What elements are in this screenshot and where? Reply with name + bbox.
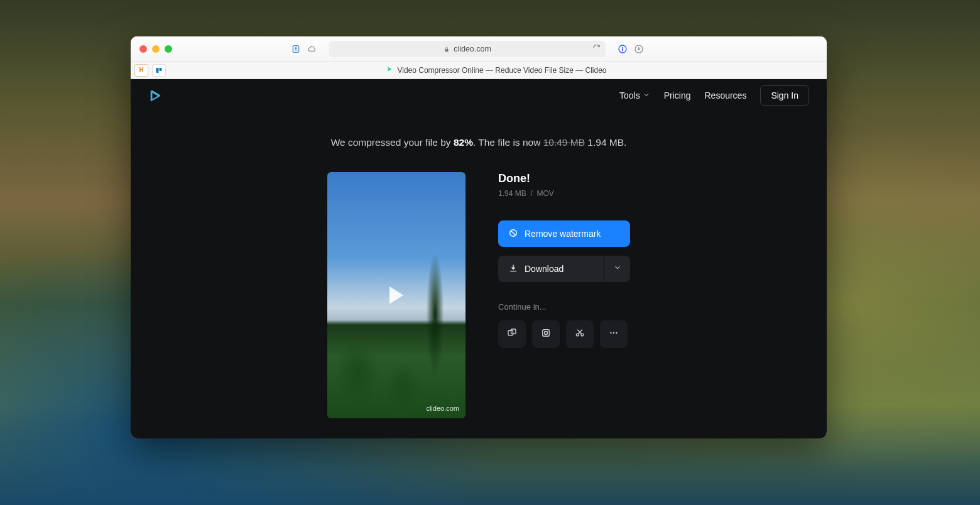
summary-prefix: We compressed your file by [331,137,454,148]
download-dropdown-button[interactable] [604,256,630,282]
download-icon [508,263,518,275]
active-tab[interactable]: Video Compressor Online — Reduce Video F… [170,65,823,75]
compression-summary: We compressed your file by 82%. The file… [331,137,627,148]
remove-watermark-label: Remove watermark [525,229,601,239]
svg-rect-4 [156,68,159,73]
nav-resources-label: Resources [704,90,746,100]
file-size: 1.94 MB [498,189,526,198]
lock-icon [444,46,450,52]
icloud-tabs-icon[interactable] [307,43,318,55]
continue-cut-button[interactable] [566,320,594,348]
result-panel: Done! 1.94 MB / MOV Remove watermark [498,172,630,348]
chevron-down-icon [613,263,622,274]
summary-percent: 82% [454,137,473,148]
svg-point-15 [616,332,617,334]
merge-icon [506,327,518,341]
svg-rect-10 [545,332,548,335]
continue-merge-button[interactable] [498,320,526,348]
signin-button[interactable]: Sign In [760,85,809,106]
summary-new-size: 1.94 MB. [587,137,626,148]
svg-point-12 [581,334,584,336]
cut-icon [574,327,585,341]
close-window-button[interactable] [139,45,147,53]
svg-point-11 [576,334,579,336]
downloads-icon[interactable] [633,43,645,55]
reload-icon[interactable] [592,44,601,54]
svg-point-14 [613,332,614,334]
remove-watermark-button[interactable]: Remove watermark [498,220,630,247]
done-title: Done! [498,172,630,185]
result-row: clideo.com Done! 1.94 MB / MOV Remove wa… [327,172,630,418]
nav-tools-label: Tools [619,90,640,100]
play-icon [389,286,403,304]
nav-resources[interactable]: Resources [704,90,746,100]
window-controls [139,45,172,53]
browser-titlebar: clideo.com [131,36,827,62]
page-body: We compressed your file by 82%. The file… [131,112,827,438]
svg-rect-5 [160,68,162,71]
page-content: Tools Pricing Resources Sign In We compr… [131,79,827,438]
address-bar[interactable]: clideo.com [329,41,606,57]
chevron-down-icon [643,90,650,100]
pinned-tab-2[interactable] [152,64,166,77]
continue-compress-button[interactable] [532,320,560,348]
download-button-group: Download [498,256,630,282]
browser-window: clideo.com H Video Compressor Online — R… [131,36,827,438]
continue-in-label: Continue in... [498,302,630,312]
download-label: Download [525,264,564,274]
preview-watermark: clideo.com [426,405,459,412]
file-format: MOV [536,189,553,198]
continue-tools-row [498,320,630,348]
svg-point-1 [295,47,297,48]
svg-point-13 [610,332,611,334]
svg-rect-9 [543,330,550,337]
svg-rect-8 [511,329,516,334]
tab-title: Video Compressor Online — Reduce Video F… [397,66,606,75]
site-header: Tools Pricing Resources Sign In [131,79,827,112]
compress-icon [540,327,552,341]
nav-pricing-label: Pricing [664,90,691,100]
summary-mid: . The file is now [473,137,543,148]
tab-favicon-icon [386,65,393,75]
minimize-window-button[interactable] [152,45,160,53]
download-button[interactable]: Download [498,256,604,282]
nav-tools[interactable]: Tools [619,90,650,100]
clideo-logo[interactable] [148,89,162,102]
onepassword-icon[interactable] [617,43,628,55]
no-symbol-icon [508,228,518,240]
nav-pricing[interactable]: Pricing [664,90,691,100]
continue-more-button[interactable] [600,320,628,348]
summary-old-size: 10.49 MB [543,137,585,148]
privacy-report-icon[interactable] [290,43,302,55]
pinned-tab-1[interactable]: H [134,64,148,77]
svg-rect-7 [508,330,513,335]
video-preview[interactable]: clideo.com [327,172,466,418]
ellipsis-icon [608,327,619,341]
browser-tabbar: H Video Compressor Online — Reduce Video… [131,62,827,79]
file-meta: 1.94 MB / MOV [498,189,630,198]
url-text: clideo.com [454,45,491,53]
maximize-window-button[interactable] [165,45,172,53]
meta-separator: / [530,189,532,198]
signin-label: Sign In [771,90,798,100]
